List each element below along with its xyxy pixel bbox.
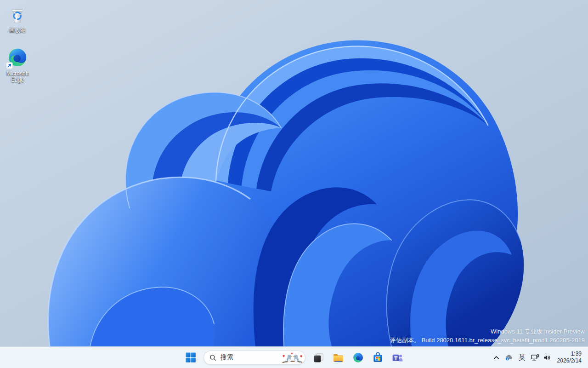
wallpaper-bloom-illustration [0,0,588,346]
network-button[interactable] [529,349,541,366]
desktop-icon-recycle-bin[interactable]: 回收站 [0,4,35,34]
hidden-icons-button[interactable] [491,349,502,366]
speaker-icon [543,353,552,362]
start-button[interactable] [181,348,200,367]
volume-button[interactable] [541,349,554,366]
taskbar-center-cluster: 搜索 [181,347,407,368]
chevron-up-icon [492,353,501,362]
task-view-button[interactable] [309,348,328,367]
magnifier-icon [209,354,216,361]
search-box[interactable]: 搜索 [204,351,305,365]
taskbar: 搜索 [0,346,588,368]
ime-language-button[interactable]: 英 [516,349,529,366]
ime-label: 英 [519,353,526,362]
microsoft-edge-label: Microsoft Edge [1,70,34,83]
search-placeholder: 搜索 [220,353,233,362]
insider-preview-watermark: Windows 11 专业版 Insider Preview 评估副本。 Bui… [390,327,585,345]
microsoft-teams-button[interactable] [388,348,407,367]
watermark-line-1: Windows 11 专业版 Insider Preview [390,327,585,336]
microsoft-edge-icon [7,47,28,68]
microsoft-store-icon [372,352,384,363]
windows-logo-icon [185,352,196,363]
task-view-icon [313,352,324,363]
shortcut-arrow-icon [6,62,13,69]
microsoft-edge-icon [352,352,364,363]
desktop-background[interactable] [0,0,588,346]
onedrive-button[interactable] [502,349,516,366]
microsoft-edge-button[interactable] [349,348,367,367]
clock-date: 2026/2/14 [557,357,582,364]
ethernet-network-icon [531,353,539,362]
system-tray: 英 1:39 2026/2/14 [491,347,588,368]
file-explorer-icon [333,352,344,363]
search-highlight-button[interactable] [282,351,303,364]
clock[interactable]: 1:39 2026/2/14 [556,348,583,367]
recycle-bin-icon [7,4,28,25]
file-explorer-button[interactable] [329,348,347,367]
onedrive-cloud-icon [504,353,513,362]
recycle-bin-label: 回收站 [9,27,26,34]
desktop-icon-microsoft-edge[interactable]: Microsoft Edge [0,47,35,83]
valentine-lovebirds-icon [282,351,303,364]
microsoft-store-button[interactable] [368,348,387,367]
watermark-line-2: 评估副本。 Build 28020.1611.br_release_svc_be… [390,336,585,345]
clock-time: 1:39 [571,351,582,357]
microsoft-teams-icon [392,352,403,363]
